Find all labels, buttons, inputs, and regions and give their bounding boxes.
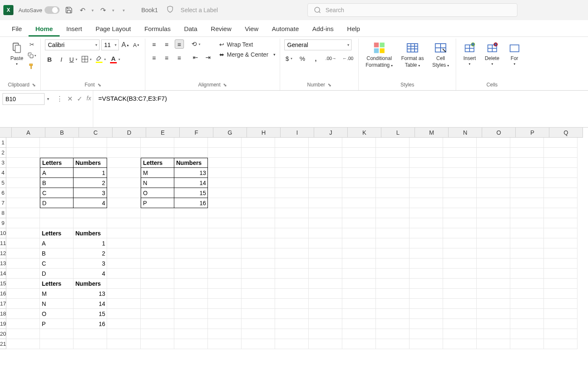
cell[interactable] bbox=[74, 208, 107, 218]
cell[interactable] bbox=[376, 218, 410, 228]
cell[interactable] bbox=[6, 309, 40, 319]
cell[interactable] bbox=[141, 218, 174, 228]
cell[interactable]: Letters bbox=[40, 279, 74, 289]
cell[interactable] bbox=[477, 329, 510, 339]
format-painter-icon[interactable] bbox=[28, 62, 36, 70]
cell[interactable] bbox=[6, 258, 40, 269]
cell[interactable]: P bbox=[141, 198, 174, 208]
cell[interactable]: P bbox=[40, 319, 74, 329]
row-header[interactable]: 19 bbox=[0, 319, 6, 329]
cell[interactable] bbox=[107, 138, 141, 148]
cell[interactable]: A bbox=[40, 168, 74, 178]
cell[interactable] bbox=[410, 208, 443, 218]
fill-color-button[interactable] bbox=[95, 55, 107, 64]
cell[interactable] bbox=[544, 148, 578, 158]
cell[interactable] bbox=[443, 238, 477, 248]
cell[interactable] bbox=[6, 289, 40, 299]
cell[interactable] bbox=[544, 289, 578, 299]
copy-icon[interactable] bbox=[28, 51, 36, 60]
cell[interactable] bbox=[510, 319, 544, 329]
cell[interactable] bbox=[376, 289, 410, 299]
tab-formulas[interactable]: Formulas bbox=[138, 22, 178, 37]
cell[interactable] bbox=[309, 299, 342, 309]
cell[interactable] bbox=[376, 269, 410, 279]
cell[interactable]: 3 bbox=[74, 258, 107, 269]
cell[interactable] bbox=[510, 289, 544, 299]
row-header[interactable]: 5 bbox=[0, 178, 6, 188]
decrease-font-icon[interactable]: A▾ bbox=[131, 40, 141, 50]
cell[interactable] bbox=[443, 168, 477, 178]
cell[interactable] bbox=[208, 138, 242, 148]
cell[interactable] bbox=[544, 309, 578, 319]
cell[interactable]: 1 bbox=[74, 168, 107, 178]
increase-decimal-icon[interactable]: .00→ bbox=[325, 54, 337, 63]
cell[interactable] bbox=[107, 269, 141, 279]
cell[interactable] bbox=[107, 329, 141, 339]
cell[interactable] bbox=[6, 248, 40, 258]
cell[interactable]: C bbox=[40, 258, 74, 269]
cell[interactable] bbox=[477, 289, 510, 299]
cut-icon[interactable]: ✂ bbox=[28, 40, 36, 49]
cell[interactable]: 1 bbox=[74, 238, 107, 248]
cell[interactable] bbox=[510, 138, 544, 148]
cell[interactable] bbox=[410, 178, 443, 188]
clipboard-dialog-icon[interactable]: ⬊ bbox=[32, 82, 36, 88]
cell[interactable] bbox=[544, 299, 578, 309]
cell[interactable] bbox=[544, 208, 578, 218]
cell[interactable]: D bbox=[40, 198, 74, 208]
cell[interactable] bbox=[309, 319, 342, 329]
cell[interactable] bbox=[141, 138, 174, 148]
cell[interactable] bbox=[342, 248, 376, 258]
cell[interactable] bbox=[376, 258, 410, 269]
column-header[interactable]: N bbox=[449, 128, 482, 138]
cell[interactable] bbox=[342, 339, 376, 349]
cell[interactable] bbox=[477, 339, 510, 349]
cell[interactable] bbox=[275, 178, 309, 188]
cell[interactable] bbox=[510, 258, 544, 269]
italic-button[interactable]: I bbox=[57, 55, 66, 64]
cell[interactable] bbox=[141, 269, 174, 279]
cell[interactable] bbox=[174, 148, 208, 158]
cell[interactable] bbox=[309, 148, 342, 158]
cell[interactable]: D bbox=[40, 269, 74, 279]
cell[interactable]: Numbers bbox=[74, 158, 107, 168]
cell[interactable] bbox=[443, 208, 477, 218]
cell[interactable] bbox=[510, 148, 544, 158]
font-name-combo[interactable]: Calibri bbox=[45, 39, 100, 50]
cell[interactable]: 3 bbox=[74, 188, 107, 198]
cell[interactable] bbox=[6, 178, 40, 188]
cell[interactable] bbox=[174, 138, 208, 148]
cell[interactable] bbox=[309, 289, 342, 299]
row-headers[interactable]: 123456789101112131415161718192021 bbox=[0, 138, 6, 349]
cell[interactable] bbox=[510, 299, 544, 309]
cell[interactable] bbox=[141, 258, 174, 269]
cell[interactable] bbox=[74, 138, 107, 148]
cell[interactable] bbox=[208, 148, 242, 158]
cell[interactable] bbox=[309, 269, 342, 279]
row-header[interactable]: 11 bbox=[0, 238, 6, 248]
cell[interactable] bbox=[309, 168, 342, 178]
cell[interactable] bbox=[510, 248, 544, 258]
cell[interactable] bbox=[309, 138, 342, 148]
cell[interactable] bbox=[208, 329, 242, 339]
cell[interactable] bbox=[275, 309, 309, 319]
cell[interactable] bbox=[477, 319, 510, 329]
row-header[interactable]: 4 bbox=[0, 168, 6, 178]
cell[interactable] bbox=[275, 148, 309, 158]
cell[interactable] bbox=[275, 238, 309, 248]
row-header[interactable]: 3 bbox=[0, 158, 6, 168]
cell[interactable] bbox=[309, 248, 342, 258]
cell[interactable] bbox=[6, 208, 40, 218]
row-header[interactable]: 17 bbox=[0, 299, 6, 309]
row-header[interactable]: 15 bbox=[0, 279, 6, 289]
cell[interactable] bbox=[342, 269, 376, 279]
cell[interactable] bbox=[544, 339, 578, 349]
font-size-combo[interactable]: 11 bbox=[101, 39, 119, 50]
cell[interactable] bbox=[107, 319, 141, 329]
cell[interactable] bbox=[477, 178, 510, 188]
cell[interactable] bbox=[376, 238, 410, 248]
cell[interactable] bbox=[510, 279, 544, 289]
cell[interactable]: N bbox=[141, 178, 174, 188]
tab-review[interactable]: Review bbox=[204, 22, 238, 37]
cell[interactable] bbox=[40, 329, 74, 339]
